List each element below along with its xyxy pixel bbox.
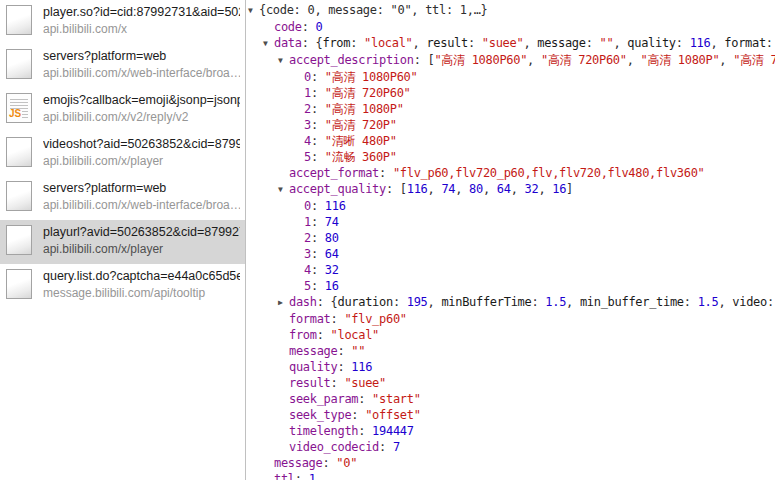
json-tree-row[interactable]: ▼accept_description: ["高清 1080P60", "高清 … <box>246 52 775 69</box>
json-token-key: 0 <box>304 199 311 213</box>
json-token-string: "flv_p60" <box>344 312 406 326</box>
json-token-key: message <box>274 456 322 470</box>
json-token-key: result <box>289 376 331 390</box>
json-token-key: seek_param <box>289 392 358 406</box>
json-tree-row: message: "0" <box>246 455 775 471</box>
json-token-pkey: min_buffer_time <box>580 295 684 309</box>
json-token-number: 32 <box>325 263 339 277</box>
json-token-key: from <box>289 328 317 342</box>
json-token-plain: : <box>311 231 325 245</box>
json-token-key: accept_format <box>289 166 379 180</box>
json-token-plain: , <box>710 36 724 50</box>
json-token-number: 74 <box>325 215 339 229</box>
json-token-string: "local" <box>331 328 379 342</box>
json-token-number: 195 <box>407 295 428 309</box>
document-icon <box>6 137 32 167</box>
collapse-arrow-icon[interactable]: ▼ <box>263 36 274 52</box>
request-text: playurl?avid=50263852&cid=8799273…api.bi… <box>43 220 240 257</box>
json-token-string: "" <box>600 36 614 50</box>
json-token-plain: : <box>468 36 482 50</box>
collapse-arrow-icon[interactable]: ▼ <box>248 3 259 19</box>
json-tree-row: 4: 32 <box>246 262 775 278</box>
json-token-number: 0 <box>316 20 323 34</box>
json-token-string: "start" <box>372 392 420 406</box>
json-token-number: 194447 <box>372 424 414 438</box>
json-token-key: 0 <box>304 70 311 84</box>
json-token-plain: : <box>350 36 364 50</box>
network-request-row[interactable]: servers?platform=webapi.bilibili.com/x/w… <box>0 44 245 88</box>
json-token-key: 5 <box>304 150 311 164</box>
request-domain: api.bilibili.com/x/web-interface/broa… <box>43 197 240 213</box>
json-tree-row: code: 0 <box>246 19 775 35</box>
json-token-plain: : [ <box>414 53 435 67</box>
network-request-row[interactable]: playurl?avid=50263852&cid=8799273…api.bi… <box>0 220 245 264</box>
json-token-plain: : <box>358 392 372 406</box>
network-request-row[interactable]: servers?platform=webapi.bilibili.com/x/w… <box>0 176 245 220</box>
json-token-pkey: duration <box>337 295 392 309</box>
request-name: query.list.do?captcha=e44a0c65d5eb… <box>43 268 240 285</box>
document-icon <box>6 49 32 79</box>
collapse-arrow-icon[interactable]: ▼ <box>278 182 289 198</box>
request-text: emojis?callback=emoji&jsonp=jsonpapi.bil… <box>43 88 240 125</box>
network-request-row[interactable]: videoshot?aid=50263852&cid=87992…api.bil… <box>0 132 245 176</box>
json-token-key: format <box>289 312 331 326</box>
network-request-row[interactable]: query.list.do?captcha=e44a0c65d5eb…messa… <box>0 264 245 308</box>
request-name: emojis?callback=emoji&jsonp=jsonp <box>43 92 240 109</box>
request-domain: api.bilibili.com/x/v2/reply/v2 <box>43 109 240 125</box>
network-request-list: player.so?id=cid:87992731&aid=5026…api.b… <box>0 0 246 480</box>
json-token-number: 64 <box>497 182 511 196</box>
json-token-plain: : <box>379 166 393 180</box>
json-token-key: ttl <box>274 472 295 480</box>
collapse-arrow-icon[interactable]: ▼ <box>278 53 289 69</box>
json-token-key: 2 <box>304 231 311 245</box>
json-token-key: 4 <box>304 134 311 148</box>
json-token-key: 3 <box>304 118 311 132</box>
json-token-plain: : [ <box>386 182 407 196</box>
json-token-plain: : <box>302 20 316 34</box>
json-token-plain: : { <box>317 295 338 309</box>
json-token-pkey: message <box>537 36 585 50</box>
json-tree-row[interactable]: ▼data: {from: "local", result: "suee", m… <box>246 35 775 52</box>
json-tree-row: format: "flv_p60" <box>246 311 775 327</box>
json-token-key: quality <box>289 360 337 374</box>
json-token-key: timelength <box>289 424 358 438</box>
json-token-number: 16 <box>552 182 566 196</box>
json-tree-row: 0: "高清 1080P60" <box>246 69 775 85</box>
json-token-plain: : <box>379 440 393 454</box>
json-tree-row[interactable]: ▶dash: {duration: 195, minBufferTime: 1.… <box>246 294 775 311</box>
json-tree-row: seek_param: "start" <box>246 391 775 407</box>
json-token-string: "高清 1080P60" <box>434 53 527 67</box>
json-tree-row: 2: 80 <box>246 230 775 246</box>
devtools-network-panel: player.so?id=cid:87992731&aid=5026…api.b… <box>0 0 775 480</box>
document-icon <box>6 225 32 255</box>
request-name: playurl?avid=50263852&cid=8799273… <box>43 224 240 241</box>
request-name: videoshot?aid=50263852&cid=87992… <box>43 136 240 153</box>
json-tree-row[interactable]: ▼{code: 0, message: "0", ttl: 1,…} <box>246 2 775 19</box>
json-tree-row: video_codecid: 7 <box>246 439 775 455</box>
json-token-number: 80 <box>325 231 339 245</box>
json-token-plain: : <box>317 328 331 342</box>
json-token-key: accept_description <box>289 53 414 67</box>
json-token-key: 2 <box>304 102 311 116</box>
json-token-key: accept_quality <box>289 182 386 196</box>
network-request-row[interactable]: player.so?id=cid:87992731&aid=5026…api.b… <box>0 0 245 44</box>
request-domain: api.bilibili.com/x/player <box>43 153 240 169</box>
json-token-plain: : <box>766 36 775 50</box>
expand-arrow-icon[interactable]: ▶ <box>278 295 289 311</box>
json-token-plain: , <box>511 182 525 196</box>
json-token-string: "高清 720P" <box>733 53 775 67</box>
json-tree-row: 1: 74 <box>246 214 775 230</box>
json-token-plain: : <box>351 408 365 422</box>
network-request-row[interactable]: JSemojis?callback=emoji&jsonp=jsonpapi.b… <box>0 88 245 132</box>
json-tree-row: accept_format: "flv_p60,flv720_p60,flv,f… <box>246 165 775 181</box>
json-tree-row[interactable]: ▼accept_quality: [116, 74, 80, 64, 32, 1… <box>246 181 775 198</box>
json-token-number: 7 <box>393 440 400 454</box>
json-token-string: "suee" <box>344 376 386 390</box>
json-token-pkey: quality <box>627 36 675 50</box>
request-text: servers?platform=webapi.bilibili.com/x/w… <box>43 44 240 81</box>
json-token-key: seek_type <box>289 408 351 422</box>
json-tree-row: ttl: 1 <box>246 471 775 480</box>
json-token-plain: , <box>613 36 627 50</box>
json-token-plain: : <box>311 86 325 100</box>
script-js-icon: JS <box>6 93 32 123</box>
